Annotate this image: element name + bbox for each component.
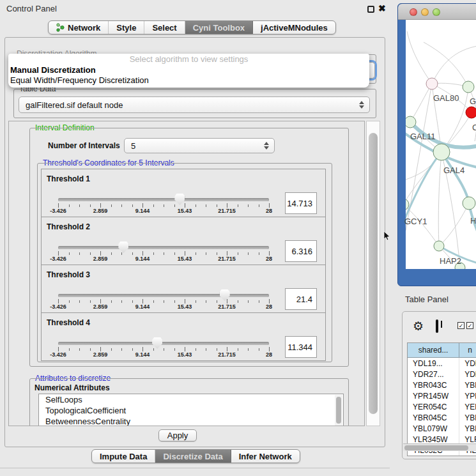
- table-row[interactable]: YDL19...YDL1: [408, 358, 476, 369]
- slider-track[interactable]: [58, 342, 269, 345]
- table-row[interactable]: YBL079WYBL0: [408, 423, 476, 434]
- network-node-pink[interactable]: [426, 78, 438, 89]
- network-node-label: C: [472, 123, 476, 132]
- table-cell: YBL079W: [408, 423, 459, 434]
- table-cell: YBR0: [459, 412, 476, 423]
- attribute-list-item[interactable]: SelfLoops: [39, 394, 343, 405]
- table-row[interactable]: YBR045CYBR0: [408, 412, 476, 423]
- dropdown-placeholder-item: Select algorithm to view settings: [8, 54, 369, 65]
- node-attribute-table: shared...n YDL19...YDL1YDR27...YDR2YBR04…: [407, 342, 476, 456]
- float-window-icon[interactable]: [367, 6, 374, 13]
- table-row[interactable]: YPR145WYPR1: [408, 390, 476, 401]
- table-cell: YDL1: [459, 358, 476, 369]
- vertical-scrollbar-thumb[interactable]: [369, 133, 378, 414]
- checkbox-icon[interactable]: ✓: [457, 322, 464, 329]
- bottom-tab-infer-network[interactable]: Infer Network: [231, 450, 300, 463]
- tab-label: Select: [152, 23, 176, 33]
- slider-track[interactable]: [58, 294, 269, 297]
- bottom-tab-impute-data[interactable]: Impute Data: [92, 450, 155, 463]
- network-node-green[interactable]: [463, 81, 474, 93]
- threshold-value-field[interactable]: 21.4: [285, 288, 317, 310]
- table-cell: YBR043C: [408, 380, 459, 390]
- tab-cyni-toolbox[interactable]: Cyni Toolbox: [185, 21, 253, 34]
- network-node-label: GAL80: [433, 93, 459, 103]
- list-scrollbar[interactable]: [335, 395, 342, 426]
- horizontal-scrollbar-thumb[interactable]: [404, 445, 468, 450]
- network-node-label: G: [470, 96, 476, 106]
- tab-jactivemnodules[interactable]: jActiveMNodules: [253, 21, 335, 34]
- table-column-header[interactable]: n: [459, 343, 476, 357]
- network-node-label: H: [470, 216, 476, 226]
- slider-tick-labels: -3.4262.8599.14415.4321.71528: [58, 256, 269, 263]
- table-column-header[interactable]: shared...: [408, 343, 459, 357]
- slider-track[interactable]: [58, 198, 269, 201]
- attribute-list-item[interactable]: TopologicalCoefficient: [39, 405, 343, 416]
- table-panel-title: Table Panel: [405, 295, 449, 304]
- number-of-intervals-value: 5: [131, 141, 135, 151]
- network-canvas[interactable]: GAL80GCGAL11GAL4GCY1HHAP2: [406, 20, 476, 269]
- threshold-value-field[interactable]: 11.344: [285, 336, 317, 358]
- threshold-value-field[interactable]: 6.316: [285, 240, 317, 262]
- tab-label: Cyni Toolbox: [193, 23, 245, 33]
- network-node-green[interactable]: [463, 197, 475, 210]
- table-cell: YPR1: [459, 390, 476, 401]
- network-node-green[interactable]: [433, 144, 450, 160]
- tab-network[interactable]: Network: [49, 21, 109, 34]
- network-node-green[interactable]: [434, 241, 444, 251]
- network-node-red[interactable]: [466, 107, 476, 118]
- threshold-slider[interactable]: -3.4262.8599.14415.4321.71528: [58, 242, 269, 263]
- number-of-intervals-label: Number of Intervals: [48, 141, 120, 150]
- numerical-attributes-list[interactable]: SelfLoopsTopologicalCoefficientBetweenne…: [38, 394, 344, 426]
- combo-arrows-icon: [264, 142, 269, 150]
- slider-tick-labels: -3.4262.8599.14415.4321.71528: [58, 351, 269, 358]
- dropdown-item[interactable]: Equal Width/Frequency Discretization: [8, 75, 369, 86]
- close-icon[interactable]: ✖: [378, 3, 386, 13]
- table-cell: YBR0: [459, 380, 476, 390]
- table-row[interactable]: YER054CYER0: [408, 401, 476, 412]
- number-of-intervals-combobox[interactable]: 5: [124, 138, 275, 153]
- control-panel-title: Control Panel: [6, 0, 57, 18]
- bottom-tab-discretize-data[interactable]: Discretize Data: [155, 450, 231, 463]
- tab-style[interactable]: Style: [109, 21, 144, 34]
- table-data-combobox[interactable]: galFiltered.sif default node: [19, 96, 370, 113]
- thresholds-container: Threshold 1 -3.4262.8599.14415.4321.7152…: [41, 169, 326, 361]
- gear-icon[interactable]: ⚙: [413, 320, 424, 332]
- tab-label: Impute Data: [100, 452, 147, 461]
- threshold-panel: Threshold 4 -3.4262.8599.14415.4321.7152…: [41, 312, 326, 361]
- split-columns-icon[interactable]: [436, 319, 438, 333]
- threshold-slider[interactable]: -3.4262.8599.14415.4321.71528: [58, 289, 269, 311]
- mouse-cursor: [383, 231, 391, 242]
- threshold-label: Threshold 1: [47, 174, 90, 183]
- slider-track[interactable]: [58, 246, 269, 249]
- tab-label: Infer Network: [239, 452, 292, 461]
- threshold-label: Threshold 2: [47, 222, 90, 231]
- table-row[interactable]: YDR27...YDR2: [408, 369, 476, 380]
- table-row[interactable]: YBR043CYBR0: [408, 380, 476, 390]
- dropdown-item[interactable]: Manual Discretization: [8, 65, 369, 75]
- horizontal-scrollbar[interactable]: [403, 443, 476, 451]
- threshold-slider[interactable]: -3.4262.8599.14415.4321.71528: [58, 337, 269, 359]
- minimize-traffic-light[interactable]: [421, 8, 429, 16]
- table-cell: YDR2: [459, 369, 476, 380]
- checkbox-icon[interactable]: ✓: [466, 322, 473, 329]
- apply-button[interactable]: Apply: [158, 429, 197, 441]
- threshold-slider[interactable]: -3.4262.8599.14415.4321.71528: [58, 194, 269, 215]
- threshold-panel: Threshold 2 -3.4262.8599.14415.4321.7152…: [41, 217, 326, 265]
- table-cell: YER0: [459, 401, 476, 412]
- threshold-label: Threshold 4: [47, 318, 90, 327]
- threshold-value-field[interactable]: 14.713: [285, 192, 317, 214]
- zoom-traffic-light[interactable]: [433, 8, 440, 16]
- network-window-titlebar[interactable]: [398, 4, 476, 20]
- table-cell: YDR27...: [408, 369, 459, 380]
- network-node-green[interactable]: [406, 116, 416, 128]
- tab-select[interactable]: Select: [144, 21, 185, 34]
- attribute-list-item[interactable]: BetweennessCentrality: [39, 416, 343, 426]
- network-view-window: GAL80GCGAL11GAL4GCY1HHAP2: [397, 3, 476, 286]
- slider-tick-labels: -3.4262.8599.14415.4321.71528: [58, 303, 269, 311]
- table-header-row: shared...n: [408, 343, 476, 358]
- table-cell: YER054C: [408, 401, 459, 412]
- threshold-panel: Threshold 3 -3.4262.8599.14415.4321.7152…: [41, 265, 326, 313]
- tab-label: Style: [116, 23, 136, 33]
- close-traffic-light[interactable]: [410, 8, 417, 16]
- vertical-scrollbar[interactable]: [366, 121, 380, 426]
